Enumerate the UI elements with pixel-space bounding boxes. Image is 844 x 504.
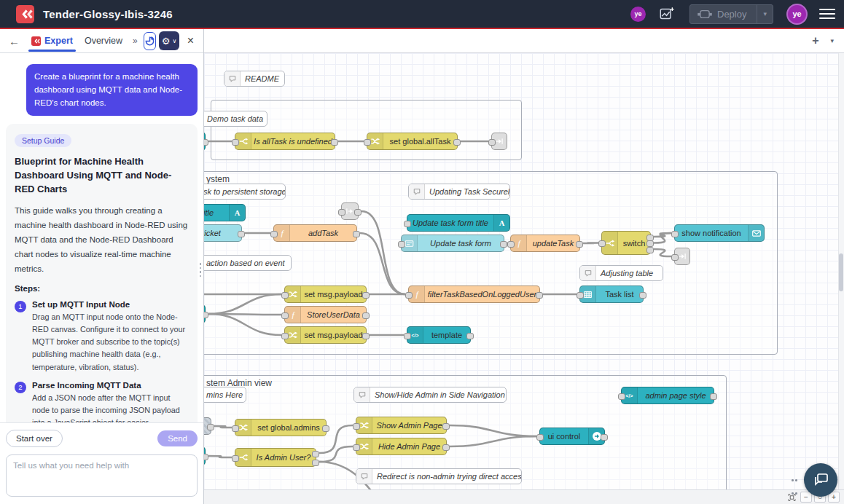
- flow-node-stub3[interactable]: [204, 446, 206, 465]
- input-port[interactable]: [405, 292, 413, 299]
- flow-node-tlist[interactable]: Task list: [579, 286, 644, 303]
- send-button[interactable]: Send: [157, 430, 198, 446]
- flow-node-filter[interactable]: ffilterTaskBasedOnLoggedUser: [408, 286, 540, 303]
- tab-overflow-icon[interactable]: »: [130, 36, 141, 46]
- flow-list-caret-icon[interactable]: ▾: [830, 37, 834, 44]
- flow-node-uic[interactable]: ui control: [539, 428, 605, 445]
- flow-node-notif[interactable]: show notification: [674, 224, 765, 242]
- flow-node-utft[interactable]: Update task form titleA: [407, 214, 510, 232]
- input-port[interactable]: [338, 209, 345, 216]
- output-port[interactable]: [466, 333, 474, 339]
- canvas-vertical-scrollbar[interactable]: [838, 53, 844, 489]
- output-port[interactable]: [442, 444, 450, 451]
- input-port[interactable]: [404, 221, 411, 227]
- output-port[interactable]: [576, 241, 583, 248]
- output-port[interactable]: [601, 434, 608, 441]
- assistant-avatar[interactable]: ye: [630, 7, 646, 22]
- input-port[interactable]: [270, 231, 278, 237]
- output-port[interactable]: [322, 425, 329, 432]
- chat-fab-button[interactable]: [804, 463, 837, 497]
- flow-node-sw1[interactable]: Is allTask is undefined: [235, 133, 335, 150]
- settings-dropdown-button[interactable]: ⚙ ∨: [159, 31, 179, 50]
- comment-node-c2b[interactable]: Updating Task Securely: [408, 184, 510, 200]
- output-port[interactable]: [204, 312, 208, 318]
- output-port[interactable]: [362, 312, 370, 319]
- output-port[interactable]: [710, 393, 717, 400]
- flow-node-addTask[interactable]: faddTask: [273, 224, 357, 242]
- input-port[interactable]: [536, 434, 544, 441]
- chat-input[interactable]: [6, 454, 198, 497]
- output-port[interactable]: [646, 240, 654, 247]
- flow-node-hap[interactable]: Hide Admin Page: [356, 438, 447, 455]
- output-port[interactable]: [536, 292, 543, 299]
- input-port[interactable]: [598, 240, 606, 247]
- flow-node-sud[interactable]: fStoreUserData: [284, 306, 367, 323]
- flow-node-ticket[interactable]: ticket: [204, 224, 242, 242]
- flow-node-astyle[interactable]: </>admin page style: [621, 387, 714, 404]
- input-port[interactable]: [232, 139, 239, 146]
- output-port[interactable]: [204, 139, 208, 146]
- sidebar-resize-grip[interactable]: [199, 261, 202, 279]
- flow-group[interactable]: [211, 100, 522, 160]
- input-port[interactable]: [671, 254, 679, 261]
- comment-node-readme[interactable]: README: [224, 71, 285, 87]
- back-arrow-icon[interactable]: ←: [4, 35, 24, 47]
- flow-node-junc[interactable]: [341, 202, 359, 220]
- input-port[interactable]: [281, 333, 289, 339]
- fab-drag-handle[interactable]: [791, 472, 800, 504]
- flow-canvas[interactable]: ystemstem Admin viewREADMEDemo task data…: [204, 53, 844, 489]
- output-port[interactable]: [453, 139, 461, 146]
- output-port[interactable]: [238, 231, 245, 237]
- input-port[interactable]: [488, 139, 496, 146]
- flow-node-stub1[interactable]: [204, 132, 206, 151]
- comment-node-c2d[interactable]: action based on event: [204, 255, 292, 271]
- flow-node-ch1[interactable]: set global.allTask: [367, 133, 458, 150]
- flow-node-utask[interactable]: fupdateTask: [510, 235, 580, 252]
- deploy-caret-icon[interactable]: ▾: [757, 5, 773, 23]
- comment-node-c2c[interactable]: Adjusting table: [579, 265, 663, 281]
- chat-scroll-area[interactable]: Create a blueprint for a machine health …: [0, 54, 203, 422]
- flow-node-stub2[interactable]: [204, 304, 206, 323]
- comment-node-c3b[interactable]: Show/Hide Admin in Side Navigation: [353, 387, 507, 403]
- flow-node-sga[interactable]: set global.admins: [235, 419, 327, 436]
- input-port[interactable]: [232, 425, 239, 432]
- output-port[interactable]: [362, 333, 370, 339]
- output-port[interactable]: [312, 451, 319, 457]
- output-port[interactable]: [362, 292, 370, 299]
- deploy-button[interactable]: Deploy ▾: [689, 4, 773, 24]
- output-port[interactable]: [312, 460, 319, 466]
- output-port[interactable]: [331, 139, 338, 146]
- main-menu-icon[interactable]: [819, 6, 835, 21]
- flow-node-lo1[interactable]: [491, 133, 507, 150]
- input-port[interactable]: [232, 455, 239, 462]
- output-port[interactable]: [500, 241, 507, 248]
- flow-node-formtitle[interactable]: m titleA: [204, 204, 246, 221]
- output-port[interactable]: [353, 231, 360, 237]
- flow-node-hstub[interactable]: [204, 417, 211, 435]
- input-port[interactable]: [577, 292, 584, 299]
- add-flow-icon[interactable]: +: [812, 34, 818, 47]
- input-port[interactable]: [398, 241, 405, 248]
- input-port[interactable]: [353, 444, 360, 451]
- tab-expert[interactable]: Expert: [27, 31, 77, 51]
- flow-node-tmpl[interactable]: </>template: [407, 326, 471, 344]
- output-port[interactable]: [442, 423, 450, 430]
- close-icon[interactable]: ×: [182, 34, 199, 47]
- flow-node-sp1[interactable]: set msg.payload: [284, 286, 367, 303]
- output-port[interactable]: [639, 292, 646, 299]
- output-port[interactable]: [207, 424, 214, 430]
- flow-node-utf[interactable]: Update task form: [401, 235, 504, 252]
- flow-node-lo2[interactable]: [674, 248, 690, 265]
- input-port[interactable]: [507, 241, 515, 248]
- flow-node-sp2[interactable]: set msg.payload: [284, 326, 367, 344]
- input-port[interactable]: [404, 333, 411, 339]
- input-port[interactable]: [364, 139, 371, 146]
- pie-chart-button[interactable]: [144, 32, 157, 50]
- input-port[interactable]: [353, 423, 360, 430]
- input-port[interactable]: [618, 393, 625, 400]
- input-port[interactable]: [671, 231, 679, 237]
- output-port[interactable]: [354, 209, 362, 216]
- scrollbar-thumb[interactable]: [839, 253, 843, 291]
- tab-overview[interactable]: Overview: [80, 31, 127, 51]
- user-avatar[interactable]: ye: [786, 4, 808, 25]
